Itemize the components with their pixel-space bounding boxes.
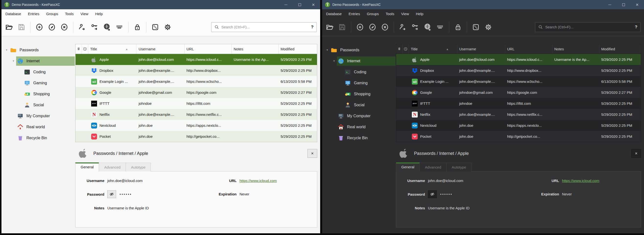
- attachments-column-header[interactable]: [76, 44, 82, 54]
- url-link[interactable]: https://www.icloud.com: [562, 178, 600, 183]
- delete-entry-button[interactable]: [381, 23, 389, 31]
- close-preview-button[interactable]: ×: [631, 149, 641, 158]
- table-row-apple[interactable]: Applejohn.doe@icloud.comhttps://www.iclo…: [396, 54, 641, 65]
- group-gaming[interactable]: Gaming: [2, 78, 75, 88]
- copy-password-button[interactable]: [411, 23, 420, 31]
- search-input[interactable]: [545, 25, 635, 29]
- tab-general[interactable]: General: [396, 162, 420, 172]
- copy-password-button[interactable]: [90, 23, 99, 31]
- group-real-world[interactable]: Real world: [2, 122, 75, 132]
- title-column-header[interactable]: Title▲: [88, 44, 136, 54]
- lock-database-button[interactable]: [454, 23, 462, 31]
- tab-general[interactable]: General: [75, 162, 99, 172]
- settings-button[interactable]: [484, 23, 492, 31]
- group-shopping[interactable]: Shopping: [322, 88, 396, 100]
- menu-tools[interactable]: Tools: [382, 10, 398, 18]
- menu-help[interactable]: Help: [412, 10, 427, 18]
- maximize-button[interactable]: [293, 0, 306, 9]
- titlebar[interactable]: Demo Passwords - KeePassXC ×: [322, 0, 644, 9]
- minimize-button[interactable]: [279, 0, 293, 9]
- close-button[interactable]: ×: [630, 0, 644, 9]
- menu-entries[interactable]: Entries: [24, 10, 43, 18]
- group-my-computer[interactable]: My Computer: [322, 110, 396, 122]
- toggle-password-button[interactable]: [428, 190, 437, 198]
- settings-button[interactable]: [164, 23, 172, 31]
- username-column-header[interactable]: Username: [457, 44, 505, 54]
- group-social[interactable]: Social: [322, 100, 396, 110]
- expander-icon[interactable]: ▼: [11, 60, 16, 62]
- maximize-button[interactable]: [617, 0, 630, 9]
- password-generator-button[interactable]: [151, 23, 159, 31]
- group-recycle-bin[interactable]: Recycle Bin: [2, 132, 75, 144]
- table-row-google[interactable]: Googlejohndoe@gmail.comhttps://google.co…: [396, 87, 641, 98]
- table-row-ifttt[interactable]: IFTTTIFTTTjohndoehttps://ifttt.com5/29/2…: [396, 98, 641, 109]
- copy-url-button[interactable]: [424, 23, 432, 31]
- titlebar[interactable]: Demo Passwords - KeePassXC ×: [2, 0, 320, 9]
- attachments-column-header[interactable]: [396, 44, 402, 54]
- menu-help[interactable]: Help: [92, 10, 106, 18]
- group-gaming[interactable]: Gaming: [322, 78, 396, 88]
- expander-icon[interactable]: ▼: [4, 48, 9, 51]
- perform-autotype-button[interactable]: [436, 23, 444, 31]
- modified-column-header[interactable]: Modified: [599, 44, 641, 54]
- expiry-column-header[interactable]: [402, 44, 409, 54]
- url-column-header[interactable]: URL: [505, 44, 552, 54]
- group-my-computer[interactable]: My Computer: [2, 110, 75, 122]
- close-preview-button[interactable]: ×: [308, 149, 317, 158]
- table-row-example-login[interactable]: w3Example Login ...john.doe@example....h…: [76, 76, 317, 87]
- group-recycle-bin[interactable]: Recycle Bin: [322, 132, 396, 144]
- group-internet[interactable]: ▼Internet: [322, 56, 396, 66]
- open-database-button[interactable]: [326, 23, 334, 31]
- table-row-google[interactable]: Googlejohndoe@gmail.comhttps://google.co…: [76, 87, 317, 98]
- tab-autotype[interactable]: Autotype: [446, 163, 472, 172]
- menu-database[interactable]: Database: [2, 10, 24, 18]
- toggle-password-button[interactable]: [107, 190, 116, 198]
- open-database-button[interactable]: [5, 23, 13, 31]
- group-coding[interactable]: >_Coding: [2, 66, 75, 78]
- table-row-pocket[interactable]: Pocketjohn.doehttp://getpocket.co...5/29…: [76, 131, 317, 142]
- table-row-dropbox[interactable]: Dropboxjohn.doe@example....http://www.dr…: [396, 65, 641, 76]
- menu-entries[interactable]: Entries: [345, 10, 364, 18]
- copy-url-button[interactable]: [103, 23, 111, 31]
- expander-icon[interactable]: ▼: [324, 48, 330, 51]
- copy-username-button[interactable]: [78, 23, 86, 31]
- search-input[interactable]: [222, 25, 311, 29]
- table-row-ifttt[interactable]: IFTTTIFTTTjohndoehttps://ifttt.com5/29/2…: [76, 98, 317, 109]
- username-column-header[interactable]: Username: [136, 44, 184, 54]
- add-entry-button[interactable]: [35, 23, 44, 31]
- edit-entry-button[interactable]: [368, 23, 376, 31]
- modified-column-header[interactable]: Modified: [278, 44, 317, 54]
- menu-groups[interactable]: Groups: [364, 10, 382, 18]
- table-row-dropbox[interactable]: Dropboxjohn.doe@example....http://www.dr…: [76, 65, 317, 76]
- table-row-apple[interactable]: Applejohn.doe@icloud.comhttps://www.iclo…: [76, 54, 317, 65]
- group-passwords[interactable]: ▼Passwords: [322, 44, 396, 56]
- menu-view[interactable]: View: [398, 10, 412, 18]
- table-row-nextcloud[interactable]: Nextcloudjohn.doehttps://apps.nextclo...…: [396, 120, 641, 131]
- group-shopping[interactable]: Shopping: [2, 88, 75, 100]
- lock-database-button[interactable]: [133, 23, 142, 31]
- table-row-pocket[interactable]: Pocketjohn.doehttp://getpocket.co...5/29…: [396, 131, 641, 142]
- perform-autotype-button[interactable]: [115, 23, 124, 31]
- search-help-button[interactable]: ?: [635, 25, 638, 30]
- table-row-netflix[interactable]: NNetflixjohn.doe@example....https://www.…: [76, 109, 317, 120]
- copy-username-button[interactable]: [398, 23, 407, 31]
- expiry-column-header[interactable]: [82, 44, 88, 54]
- tab-advanced[interactable]: Advanced: [420, 163, 446, 172]
- save-database-button[interactable]: [17, 23, 26, 31]
- add-entry-button[interactable]: [356, 23, 364, 31]
- delete-entry-button[interactable]: [60, 23, 68, 31]
- title-column-header[interactable]: Title▲: [409, 44, 457, 54]
- url-link[interactable]: https://www.icloud.com: [240, 178, 277, 183]
- group-passwords[interactable]: ▼Passwords: [2, 44, 75, 56]
- table-row-nextcloud[interactable]: Nextcloudjohn.doehttps://apps.nextclo...…: [76, 120, 317, 131]
- menu-tools[interactable]: Tools: [62, 10, 77, 18]
- tab-autotype[interactable]: Autotype: [126, 163, 151, 172]
- menu-groups[interactable]: Groups: [43, 10, 62, 18]
- expander-icon[interactable]: ▼: [332, 60, 337, 62]
- notes-column-header[interactable]: Notes: [232, 44, 278, 54]
- menu-view[interactable]: View: [77, 10, 92, 18]
- menu-database[interactable]: Database: [322, 10, 345, 18]
- password-generator-button[interactable]: [472, 23, 480, 31]
- url-column-header[interactable]: URL: [184, 44, 232, 54]
- search-help-button[interactable]: ?: [311, 25, 314, 30]
